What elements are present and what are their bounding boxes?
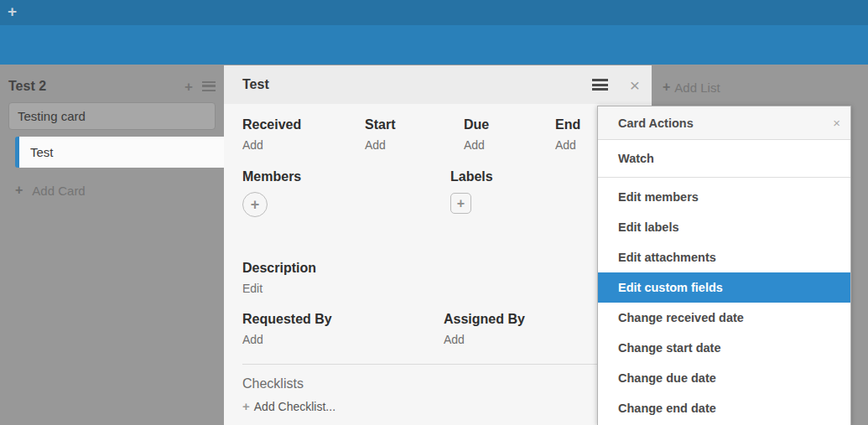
- labels-field: Labels +: [450, 169, 493, 217]
- end-add-link[interactable]: Add: [555, 138, 580, 152]
- card-test-open[interactable]: Test: [15, 137, 224, 168]
- card-actions-popup-close-icon[interactable]: ×: [833, 117, 840, 129]
- list-title: Test 2: [8, 79, 175, 94]
- card-actions-popup-title: Card Actions: [618, 117, 833, 130]
- card-testing-card[interactable]: Testing card: [8, 102, 216, 130]
- add-list-button[interactable]: + Add List: [663, 80, 720, 95]
- description-label: Description: [242, 261, 652, 276]
- due-date-field: Due Add: [464, 117, 555, 152]
- card-detail-close-icon[interactable]: ×: [630, 76, 640, 94]
- menu-item-edit-labels[interactable]: Edit labels: [598, 212, 850, 242]
- divider: [242, 364, 635, 365]
- menu-item-watch[interactable]: Watch: [598, 140, 850, 178]
- card-actions-popup-header: Card Actions ×: [598, 106, 850, 140]
- requested-by-add-link[interactable]: Add: [242, 333, 444, 346]
- received-add-link[interactable]: Add: [242, 138, 365, 152]
- card-actions-menu-icon[interactable]: [592, 79, 608, 91]
- card-detail-title: Test: [242, 77, 592, 92]
- assigned-by-field: Assigned By Add: [444, 312, 525, 346]
- menu-item-edit-custom-fields[interactable]: Edit custom fields: [598, 272, 850, 303]
- menu-item-change-due-date[interactable]: Change due date: [598, 363, 850, 393]
- received-date-field: Received Add: [242, 117, 365, 152]
- start-add-link[interactable]: Add: [365, 138, 464, 152]
- menu-item-change-start-date[interactable]: Change start date: [598, 333, 850, 363]
- dates-row: Received Add Start Add Due Add End Add: [242, 117, 652, 152]
- start-label: Start: [365, 117, 464, 132]
- requested-by-field: Requested By Add: [242, 312, 444, 346]
- menu-item-edit-members[interactable]: Edit members: [598, 182, 850, 212]
- list-add-card-icon[interactable]: +: [185, 80, 193, 94]
- navbar-add-board-icon[interactable]: +: [8, 3, 17, 21]
- due-add-link[interactable]: Add: [464, 138, 555, 152]
- add-card-label: Add Card: [32, 184, 85, 198]
- due-label: Due: [464, 117, 555, 132]
- add-member-button[interactable]: +: [242, 192, 268, 217]
- description-edit-link[interactable]: Edit: [242, 282, 652, 295]
- assigned-by-add-link[interactable]: Add: [444, 333, 525, 346]
- card-actions-group: Edit members Edit labels Edit attachment…: [598, 178, 850, 423]
- card-actions-popup: Card Actions × Watch Edit members Edit l…: [597, 106, 851, 425]
- add-card-button[interactable]: + Add Card: [15, 183, 224, 198]
- end-label: End: [555, 117, 580, 132]
- menu-item-edit-attachments[interactable]: Edit attachments: [598, 242, 850, 272]
- card-detail-panel: Test × Received Add Start Add Due Add En…: [224, 65, 652, 425]
- received-label: Received: [242, 117, 365, 132]
- checklists-label: Checklists: [242, 376, 652, 391]
- card-title: Test: [30, 145, 54, 159]
- add-checklist-label: Add Checklist...: [254, 400, 335, 413]
- add-card-plus-icon: +: [15, 183, 23, 198]
- members-field: Members +: [242, 169, 450, 217]
- list-menu-icon[interactable]: [202, 81, 216, 91]
- card-detail-body: Received Add Start Add Due Add End Add M…: [224, 104, 652, 425]
- card-detail-header: Test ×: [224, 65, 652, 104]
- members-labels-row: Members + Labels +: [242, 169, 652, 217]
- add-checklist-button[interactable]: + Add Checklist...: [242, 399, 652, 413]
- top-navbar: +: [0, 0, 868, 25]
- description-field: Description Edit: [242, 261, 652, 295]
- labels-label: Labels: [450, 169, 493, 184]
- add-list-label: Add List: [674, 80, 720, 95]
- board-header-bar: [0, 25, 868, 65]
- assigned-by-label: Assigned By: [444, 312, 525, 327]
- list-test-2: Test 2 + Testing card Test + Add Card: [0, 65, 224, 425]
- requested-by-label: Requested By: [242, 312, 444, 327]
- end-date-field: End Add: [555, 117, 580, 152]
- add-checklist-plus-icon: +: [242, 399, 250, 413]
- add-label-button[interactable]: +: [450, 193, 471, 214]
- add-list-plus-icon: +: [663, 80, 670, 95]
- menu-item-change-received-date[interactable]: Change received date: [598, 303, 850, 333]
- start-date-field: Start Add: [365, 117, 464, 152]
- requested-assigned-row: Requested By Add Assigned By Add: [242, 312, 652, 346]
- menu-item-change-end-date[interactable]: Change end date: [598, 393, 850, 423]
- members-label: Members: [242, 169, 450, 184]
- list-header: Test 2 +: [0, 65, 224, 102]
- card-title: Testing card: [18, 109, 86, 123]
- checklists-section: Checklists + Add Checklist...: [242, 376, 652, 413]
